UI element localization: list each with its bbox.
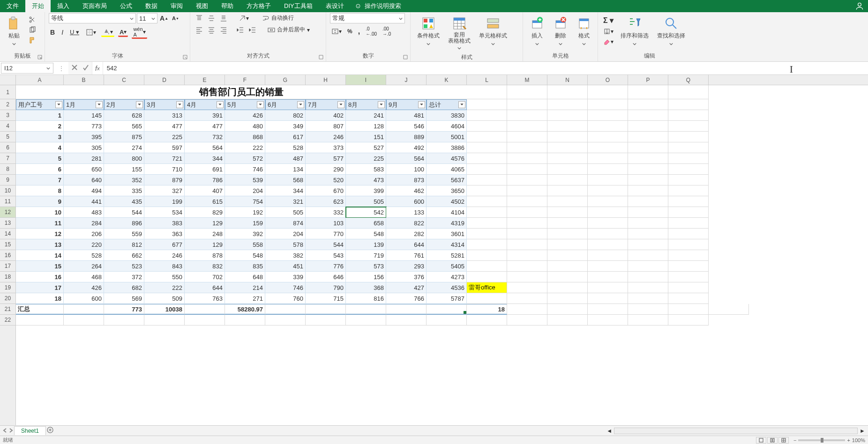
- group-clipboard: 粘贴 剪贴板: [0, 12, 45, 61]
- comma-button[interactable]: ,: [357, 26, 361, 37]
- number-launcher[interactable]: [403, 54, 408, 60]
- fx-icon[interactable]: fx: [92, 62, 103, 74]
- format-cells-label: 格式: [578, 32, 590, 40]
- svg-rect-16: [454, 18, 465, 21]
- align-bottom-button[interactable]: [218, 14, 229, 23]
- tell-me-search[interactable]: 操作说明搜索: [354, 0, 401, 12]
- group-cells-title: 单元格: [552, 52, 569, 59]
- percent-button[interactable]: %: [346, 27, 354, 36]
- font-name-select[interactable]: 等线: [49, 13, 136, 23]
- tell-me-label: 操作说明搜索: [365, 2, 401, 10]
- font-size-select[interactable]: 11: [137, 13, 157, 23]
- wrap-text-button[interactable]: 自动换行: [261, 13, 295, 23]
- group-editing-title: 编辑: [644, 52, 655, 59]
- tab-data[interactable]: 数据: [139, 0, 164, 12]
- ribbon: 粘贴 剪贴板 等线 11 A▲ A▼ B I U ▾ ▾: [0, 12, 868, 62]
- bold-button[interactable]: B: [49, 28, 56, 37]
- insert-cells-button[interactable]: 插入: [527, 15, 547, 48]
- svg-rect-18: [487, 24, 499, 28]
- format-painter-button[interactable]: [27, 36, 37, 45]
- font-launcher[interactable]: [182, 54, 188, 60]
- italic-button[interactable]: I: [60, 28, 65, 37]
- sort-filter-button[interactable]: 排序和筛选: [618, 15, 651, 48]
- name-box[interactable]: I12: [1, 63, 53, 74]
- align-launcher[interactable]: [318, 54, 324, 60]
- find-label: 查找和选择: [657, 32, 685, 40]
- cell-styles-label: 单元格样式: [479, 32, 507, 40]
- cond-format-button[interactable]: 条件格式: [414, 15, 442, 48]
- inc-indent-button[interactable]: [247, 25, 258, 35]
- cell-styles-button[interactable]: 单元格样式: [476, 15, 510, 48]
- merge-center-button[interactable]: 合并后居中 ▾: [266, 25, 311, 35]
- formula-bar: I12 ⋮ fx 542 I: [0, 62, 868, 75]
- group-align-title: 对齐方式: [247, 52, 269, 59]
- dec-indent-button[interactable]: [235, 25, 246, 35]
- align-center-button[interactable]: [206, 25, 217, 35]
- svg-rect-26: [579, 19, 589, 21]
- tab-help[interactable]: 帮助: [215, 0, 240, 12]
- tab-diy[interactable]: DIY工具箱: [277, 0, 319, 12]
- tab-file[interactable]: 文件: [0, 0, 25, 12]
- fill-color-button[interactable]: ▾: [101, 27, 114, 37]
- font-size-value: 11: [139, 15, 146, 22]
- shrink-font-button[interactable]: A▼: [171, 15, 180, 22]
- svg-rect-14: [424, 24, 427, 28]
- svg-rect-12: [424, 19, 427, 22]
- cancel-formula-icon[interactable]: [71, 64, 78, 72]
- tab-tabledesign[interactable]: 表设计: [319, 0, 351, 12]
- underline-button[interactable]: U ▾: [68, 28, 81, 37]
- cond-format-label: 条件格式: [417, 32, 440, 40]
- grow-font-button[interactable]: A▲: [158, 14, 170, 23]
- tab-ffgz[interactable]: 方方格子: [240, 0, 277, 12]
- align-left-button[interactable]: [194, 25, 204, 35]
- clipboard-launcher[interactable]: [37, 54, 43, 60]
- dec-decimal-button[interactable]: .00→.0: [381, 25, 392, 37]
- svg-rect-13: [429, 19, 433, 22]
- border-button[interactable]: ▾: [84, 28, 97, 37]
- align-middle-button[interactable]: [206, 14, 217, 23]
- enter-formula-icon[interactable]: [82, 64, 89, 72]
- paste-label: 粘贴: [8, 32, 20, 40]
- text-cursor-icon: I: [790, 63, 793, 75]
- number-format-select[interactable]: 常规: [330, 13, 405, 23]
- table-format-button[interactable]: 套用 表格格式: [445, 15, 473, 52]
- name-box-value: I12: [4, 65, 13, 72]
- format-cells-button[interactable]: 格式: [574, 15, 594, 48]
- fill-button[interactable]: ▾: [602, 27, 615, 36]
- phonetic-button[interactable]: wénA▾: [132, 25, 147, 39]
- autosum-button[interactable]: Σ ▾: [602, 15, 615, 26]
- account-icon[interactable]: [855, 0, 864, 12]
- tab-home[interactable]: 开始: [25, 0, 51, 12]
- tab-formulas[interactable]: 公式: [113, 0, 139, 12]
- inc-decimal-button[interactable]: .0←.00: [364, 25, 378, 37]
- accounting-format-button[interactable]: ▾: [330, 27, 343, 36]
- tab-insert[interactable]: 插入: [51, 0, 76, 12]
- cut-button[interactable]: [27, 15, 37, 24]
- align-right-button[interactable]: [218, 25, 229, 35]
- delete-cells-button[interactable]: 删除: [550, 15, 571, 48]
- formula-input[interactable]: 542 I: [103, 62, 868, 74]
- group-font: 等线 11 A▲ A▼ B I U ▾ ▾ ▾ A▾ wénA▾ 字体: [45, 12, 190, 61]
- align-top-button[interactable]: [194, 14, 204, 23]
- merge-label: 合并后居中: [277, 26, 305, 34]
- svg-rect-17: [487, 19, 499, 22]
- group-styles: 条件格式 套用 表格格式 单元格样式 样式: [411, 12, 523, 61]
- tab-view[interactable]: 视图: [189, 0, 215, 12]
- find-select-button[interactable]: 查找和选择: [654, 15, 688, 48]
- font-color-button[interactable]: A▾: [118, 28, 128, 37]
- orientation-button[interactable]: ▾: [237, 14, 250, 23]
- copy-button[interactable]: [27, 25, 37, 35]
- svg-point-28: [666, 18, 673, 26]
- svg-rect-2: [9, 19, 17, 29]
- svg-rect-10: [332, 29, 338, 34]
- paste-button[interactable]: 粘贴: [4, 15, 24, 48]
- clear-button[interactable]: ▾: [602, 37, 615, 46]
- svg-rect-3: [11, 17, 15, 20]
- ribbon-tabbar: 文件 开始 插入 页面布局 公式 数据 审阅 视图 帮助 方方格子 DIY工具箱…: [0, 0, 868, 12]
- delete-label: 删除: [555, 32, 566, 40]
- tab-pagelayout[interactable]: 页面布局: [76, 0, 113, 12]
- group-editing: Σ ▾ ▾ ▾ 排序和筛选 查找和选择 编辑: [598, 12, 701, 61]
- tab-review[interactable]: 审阅: [164, 0, 189, 12]
- wrap-label: 自动换行: [271, 14, 294, 22]
- group-clipboard-title: 剪贴板: [14, 52, 31, 59]
